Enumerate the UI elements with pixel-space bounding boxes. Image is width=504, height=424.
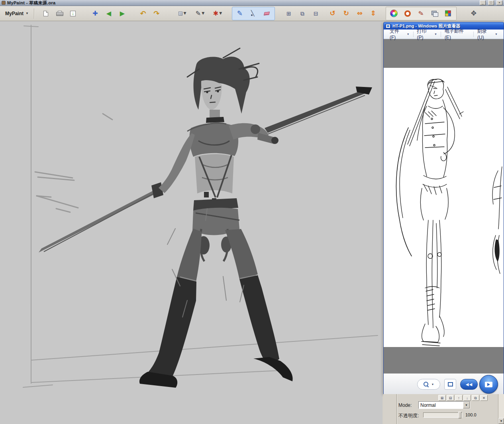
- close-button[interactable]: ×: [496, 0, 502, 5]
- layer-down-icon: ↓: [466, 396, 468, 400]
- slideshow-button[interactable]: [479, 375, 498, 394]
- color-picker-button[interactable]: ╲: [247, 7, 260, 20]
- print-icon: [56, 11, 63, 16]
- mode-dropdown-arrow[interactable]: ▼: [463, 402, 470, 408]
- color-wheel-button[interactable]: [387, 7, 401, 20]
- line-mode-arrow: ▼: [183, 12, 186, 15]
- eraser-icon: [264, 12, 270, 15]
- forward-arrow-icon: ▶: [120, 10, 125, 17]
- photo-viewer-menubar: 文件(F) ▼ 打印(P) ▼ 电子邮件(E) 刻录(U) ▼: [384, 30, 504, 39]
- slideshow-icon: [485, 382, 492, 387]
- magnifier-icon: [424, 382, 429, 387]
- palette-button[interactable]: [441, 7, 455, 20]
- redo-icon: ↷: [153, 10, 159, 17]
- line-mode-icon: [178, 12, 182, 16]
- line-mode-dropdown[interactable]: ▼: [174, 7, 191, 20]
- forward-button[interactable]: ▶: [116, 7, 129, 20]
- zoom-add-button[interactable]: ✚: [88, 7, 102, 20]
- asterisk-icon: ✱: [213, 10, 218, 17]
- mode-label: Mode:: [398, 402, 412, 408]
- menu-print[interactable]: 打印(P) ▼: [414, 30, 441, 38]
- undo-button[interactable]: ↶: [136, 7, 150, 20]
- fit-to-window-button[interactable]: [444, 379, 456, 390]
- panel-scrollbar[interactable]: ▼: [498, 394, 504, 424]
- rotate-ccw-icon: ↺: [330, 10, 335, 17]
- titlebar[interactable]: MyPaint - 草稿来源.ora _ □ ×: [0, 0, 504, 6]
- previous-button[interactable]: ◀ ◀: [460, 379, 478, 390]
- zoom-button[interactable]: ▼: [417, 379, 440, 390]
- color-wheel-icon: [390, 10, 398, 17]
- layer-duplicate-button[interactable]: ⧉: [472, 395, 479, 401]
- previous-icon: ◀: [469, 382, 473, 387]
- layer-remove-button[interactable]: ⊟: [447, 395, 454, 401]
- flip-vertical-button[interactable]: ⇕: [367, 7, 380, 20]
- back-arrow-icon: ◀: [106, 10, 111, 17]
- blend-mode-arrow: ▼: [219, 12, 222, 15]
- menu-print-label: 打印(P): [417, 28, 433, 40]
- mode-arrow-glyph: ▼: [465, 404, 468, 406]
- viewer-letterbox-bottom: [384, 347, 504, 373]
- brush-mode-arrow: ▼: [202, 12, 204, 15]
- mypaint-app-icon: [2, 1, 6, 5]
- viewer-image-area[interactable]: [384, 68, 504, 347]
- print-button[interactable]: [53, 7, 66, 20]
- brush-mode-dropdown[interactable]: ✎ ▼: [191, 7, 209, 20]
- brush-list-icon: ✎: [418, 10, 424, 17]
- flip-horizontal-icon: ⇔: [357, 10, 363, 17]
- viewer-line-art: [384, 68, 503, 347]
- color-tools-group: ✎: [386, 7, 457, 20]
- rotate-ccw-button[interactable]: ↺: [326, 7, 339, 20]
- color-ring-icon: [404, 10, 411, 17]
- fit-to-window-icon: [448, 382, 453, 387]
- canvas[interactable]: [0, 21, 382, 424]
- undo-icon: ↶: [140, 10, 146, 17]
- layer-remove-icon: ⊟: [449, 396, 452, 400]
- flip-horizontal-button[interactable]: ⇔: [353, 7, 367, 20]
- brush-list-button[interactable]: ✎: [414, 7, 428, 20]
- eraser-button[interactable]: [260, 7, 274, 20]
- freehand-brush-button[interactable]: ✎: [233, 7, 247, 20]
- blend-mode-dropdown[interactable]: ✱ ▼: [209, 7, 226, 20]
- menu-burn-label: 刻录(U): [477, 28, 493, 40]
- new-file-button[interactable]: [39, 7, 53, 20]
- layer-add-button[interactable]: ⊞: [438, 395, 446, 401]
- layer-up-button[interactable]: ↑: [455, 395, 463, 401]
- menu-file[interactable]: 文件(F) ▼: [386, 30, 413, 38]
- photo-viewer-controls: ▼ ◀ ◀: [384, 373, 504, 394]
- opacity-slider-handle[interactable]: [458, 412, 461, 418]
- menu-burn-arrow: ▼: [495, 33, 498, 35]
- scroll-down-button[interactable]: ▼: [498, 418, 504, 424]
- minimize-button[interactable]: _: [480, 0, 486, 5]
- previous-icon: ◀: [466, 382, 469, 387]
- zoom-dropdown-arrow[interactable]: ▼: [431, 383, 434, 386]
- layer-delete-button[interactable]: ✕: [480, 395, 488, 401]
- new-file-icon: [43, 11, 48, 16]
- mypaint-menu-button[interactable]: MyPaint ▼: [2, 8, 32, 19]
- menu-burn[interactable]: 刻录(U) ▼: [474, 30, 501, 38]
- save-arrow-glyph: ↓: [72, 11, 74, 16]
- opacity-slider[interactable]: [423, 412, 462, 418]
- layer-add-icon: ⊞: [441, 396, 444, 400]
- color-picker-icon: ╲: [251, 11, 256, 16]
- save-button[interactable]: ↓: [66, 7, 80, 20]
- back-button[interactable]: ◀: [102, 7, 116, 20]
- dropper-glyph: ╲: [251, 10, 254, 16]
- layers-view-button[interactable]: [428, 7, 441, 20]
- window-title: MyPaint - 草稿来源.ora: [7, 0, 477, 6]
- menu-email-label: 电子邮件(E): [445, 28, 470, 40]
- opacity-label: 不透明度:: [398, 412, 419, 419]
- mode-dropdown[interactable]: Normal ▼: [418, 401, 470, 409]
- color-ring-button[interactable]: [401, 7, 414, 20]
- pan-tool-button[interactable]: ✥: [467, 7, 480, 20]
- duplicate-layer-button[interactable]: ⧉: [296, 7, 309, 20]
- new-layer-button[interactable]: ⊞: [282, 7, 296, 20]
- delete-layer-button[interactable]: ⊟: [309, 7, 323, 20]
- tool-toggle-group: ✎ ╲: [232, 7, 275, 20]
- mypaint-menu-label: MyPaint: [5, 11, 24, 16]
- layer-down-button[interactable]: ↓: [463, 395, 471, 401]
- flip-vertical-icon: ⇕: [371, 10, 376, 17]
- redo-button[interactable]: ↷: [150, 7, 163, 20]
- menu-email[interactable]: 电子邮件(E): [441, 30, 473, 38]
- maximize-button[interactable]: □: [488, 0, 494, 5]
- rotate-cw-button[interactable]: ↻: [339, 7, 353, 20]
